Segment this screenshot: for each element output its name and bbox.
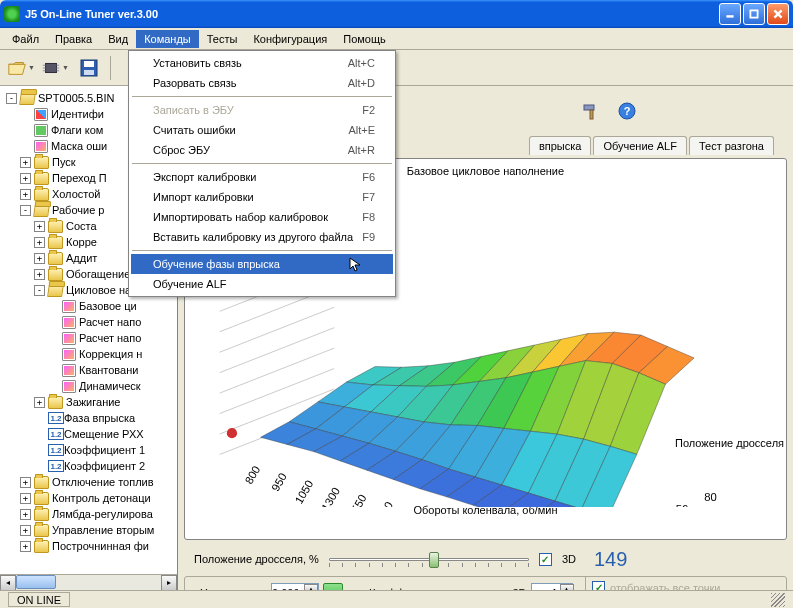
chip-button[interactable]: ▼ (40, 53, 70, 83)
expand-icon[interactable]: + (34, 397, 45, 408)
control-panel: Установить в ▲▼ → Изменить на ▲▼ → в про… (184, 576, 787, 590)
tree-row[interactable]: 1.2Смещение РХХ (2, 426, 175, 442)
set-to-up[interactable]: ▲ (304, 584, 318, 590)
cb-all-points[interactable]: ✓ (592, 581, 605, 590)
tree-row[interactable]: Коррекция н (2, 346, 175, 362)
menu-item[interactable]: Импорт калибровкиF7 (131, 187, 393, 207)
smooth3d-spinner[interactable]: ▲▼ (531, 583, 573, 590)
menu-item[interactable]: Сброс ЭБУAlt+R (131, 140, 393, 160)
tab[interactable]: впрыска (529, 136, 592, 155)
expand-icon[interactable]: + (34, 269, 45, 280)
scroll-thumb[interactable] (16, 575, 56, 589)
menu-item[interactable]: Вставить калибровку из другого файлаF9 (131, 227, 393, 247)
close-button[interactable] (767, 3, 789, 25)
expand-icon[interactable]: + (20, 493, 31, 504)
expand-icon[interactable]: + (20, 477, 31, 488)
menu-команды[interactable]: Команды (136, 30, 199, 48)
tree-row[interactable]: +Контроль детонаци (2, 490, 175, 506)
set-to-input[interactable] (272, 587, 300, 590)
smooth3d-label: Коэффициент сглаживания 3D (369, 587, 527, 590)
tree-row[interactable]: +Управление вторым (2, 522, 175, 538)
expand-icon[interactable]: + (20, 525, 31, 536)
svg-line-21 (220, 348, 335, 393)
tree-label: Базовое ци (79, 300, 137, 312)
menu-правка[interactable]: Правка (47, 30, 100, 48)
tab[interactable]: Обучение ALF (593, 136, 687, 155)
open-button[interactable]: ▼ (6, 53, 36, 83)
tree-row[interactable]: 1.2Коэффициент 1 (2, 442, 175, 458)
tree-row[interactable]: +Построчнинная фи (2, 538, 175, 554)
tree-row[interactable]: Динамическ (2, 378, 175, 394)
menu-item[interactable]: Экспорт калибровкиF6 (131, 167, 393, 187)
tree-h-scrollbar[interactable]: ◂ ▸ (0, 574, 177, 590)
 (20, 109, 31, 120)
menu-item[interactable]: Записать в ЭБУF2 (131, 100, 393, 120)
collapse-icon[interactable]: - (6, 93, 17, 104)
maximize-button[interactable] (743, 3, 765, 25)
expand-icon[interactable]: + (20, 189, 31, 200)
hammer-icon[interactable] (576, 96, 606, 126)
tree-label: Пуск (52, 156, 76, 168)
tree-label: Корре (66, 236, 97, 248)
smooth3d-up[interactable]: ▲ (560, 584, 574, 590)
menu-помощь[interactable]: Помощь (335, 30, 394, 48)
expand-icon[interactable]: + (20, 157, 31, 168)
expand-icon[interactable]: + (34, 253, 45, 264)
expand-icon[interactable]: + (20, 509, 31, 520)
menu-item[interactable]: Установить связьAlt+C (131, 53, 393, 73)
leaf-purple-icon (62, 332, 76, 345)
tree-row[interactable]: +Лямбда-регулирова (2, 506, 175, 522)
leaf-purple-icon (62, 316, 76, 329)
expand-icon[interactable]: + (20, 173, 31, 184)
tree-row[interactable]: 1.2Фаза впрыска (2, 410, 175, 426)
folder-closed-icon (34, 524, 49, 537)
help-icon[interactable]: ? (612, 96, 642, 126)
menu-тесты[interactable]: Тесты (199, 30, 246, 48)
resize-grip[interactable] (771, 593, 785, 607)
tree-row[interactable]: +Зажигание (2, 394, 175, 410)
tree-row[interactable]: +Отключение топлив (2, 474, 175, 490)
save-button[interactable] (74, 53, 104, 83)
tree-label: Квантовани (79, 364, 138, 376)
tree-row[interactable]: Расчет напо (2, 314, 175, 330)
set-to-apply[interactable]: → (323, 583, 343, 590)
throttle-slider[interactable] (329, 550, 529, 568)
toolbar: ▼ ▼ (0, 50, 793, 86)
scroll-right-button[interactable]: ▸ (161, 575, 177, 591)
folder-open-icon (47, 284, 64, 297)
checkbox-3d[interactable]: ✓ (539, 553, 552, 566)
menu-item[interactable]: Импортировать набор калибровокF8 (131, 207, 393, 227)
menu-вид[interactable]: Вид (100, 30, 136, 48)
expand-icon[interactable]: + (34, 221, 45, 232)
minimize-button[interactable] (719, 3, 741, 25)
menu-item[interactable]: Обучение фазы впрыска (131, 254, 393, 274)
 (34, 461, 45, 472)
menu-item[interactable]: Разорвать связьAlt+D (131, 73, 393, 93)
expand-icon[interactable]: + (20, 541, 31, 552)
app-icon (4, 6, 20, 22)
scroll-left-button[interactable]: ◂ (0, 575, 16, 591)
tab[interactable]: Тест разгона (689, 136, 774, 155)
tree-label: Построчнинная фи (52, 540, 149, 552)
tree-row[interactable]: Расчет напо (2, 330, 175, 346)
collapse-icon[interactable]: - (34, 285, 45, 296)
tree-row[interactable]: Базовое ци (2, 298, 175, 314)
tree-row[interactable]: Квантовани (2, 362, 175, 378)
expand-icon[interactable]: + (34, 237, 45, 248)
menu-файл[interactable]: Файл (4, 30, 47, 48)
smooth3d-input[interactable] (532, 587, 560, 590)
tree-label: Маска оши (51, 140, 107, 152)
leaf-12-icon: 1.2 (48, 460, 64, 472)
menu-item[interactable]: Обучение ALF (131, 274, 393, 294)
tree-label: Управление вторым (52, 524, 154, 536)
svg-rect-14 (584, 105, 594, 110)
folder-closed-icon (34, 172, 49, 185)
folder-open-icon (33, 204, 50, 217)
collapse-icon[interactable]: - (20, 205, 31, 216)
folder-closed-icon (34, 508, 49, 521)
tree-label: Холостой (52, 188, 100, 200)
set-to-spinner[interactable]: ▲▼ (271, 583, 319, 590)
tree-row[interactable]: 1.2Коэффициент 2 (2, 458, 175, 474)
menu-конфигурация[interactable]: Конфигурация (245, 30, 335, 48)
menu-item[interactable]: Считать ошибкиAlt+E (131, 120, 393, 140)
